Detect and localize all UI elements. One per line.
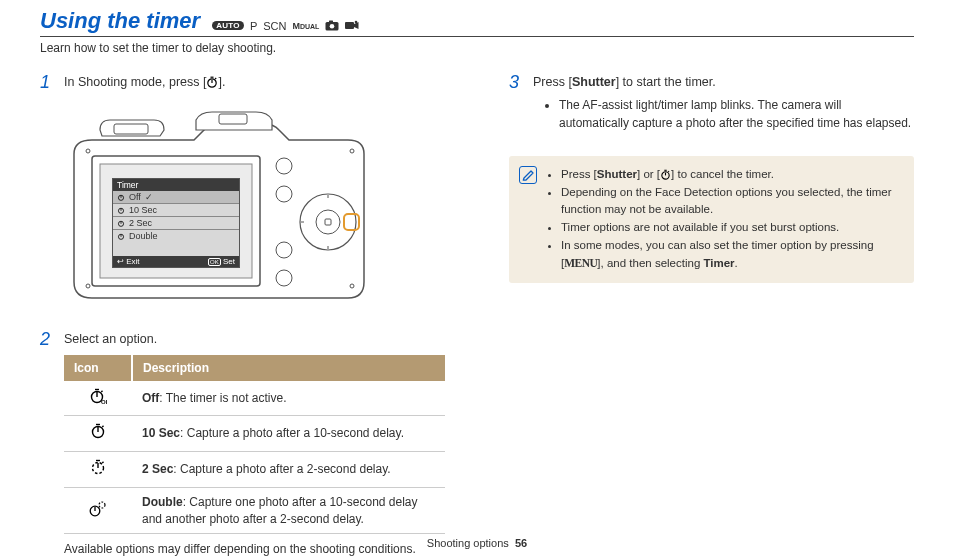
timer-icon	[660, 169, 671, 180]
mode-auto-label: AUTO	[212, 21, 244, 30]
table-row: Double: Capture one photo after a 10-sec…	[64, 487, 445, 534]
table-head-desc: Description	[132, 355, 445, 381]
page-title: Using the timer	[40, 8, 200, 34]
note-item: In some modes, you can also set the time…	[561, 237, 902, 273]
svg-point-21	[276, 270, 292, 286]
right-column: 3 Press [Shutter] to start the timer. Th…	[509, 73, 914, 557]
note-item: Timer options are not available if you s…	[561, 219, 902, 237]
camera-icon	[325, 20, 339, 31]
step-2: 2 Select an option. Icon Description OFF…	[40, 330, 445, 557]
left-column: 1 In Shooting mode, press [].	[40, 73, 445, 557]
note-item: Press [Shutter] or [] to cancel the time…	[561, 166, 902, 184]
camera-menu-set: Set	[223, 257, 235, 266]
note-item: Depending on the Face Detection options …	[561, 184, 902, 220]
step1-text-pre: In Shooting mode, press [	[64, 75, 206, 89]
icon-off: OFF	[64, 381, 132, 416]
camera-menu-item: 10 Sec	[113, 204, 239, 217]
table-row: 10 Sec: Capture a photo after a 10-secon…	[64, 416, 445, 452]
svg-rect-1	[329, 21, 333, 23]
step2-text: Select an option.	[64, 330, 445, 349]
options-table: Icon Description OFF Off: The timer is n…	[64, 355, 445, 535]
camera-menu-exit: Exit	[126, 257, 139, 266]
icon-10sec	[64, 416, 132, 452]
mode-p-label: P	[250, 20, 257, 32]
svg-point-18	[276, 158, 292, 174]
camera-menu-item: 2 Sec	[113, 217, 239, 230]
page-footer: Shooting options 56	[0, 537, 954, 549]
svg-point-31	[99, 502, 105, 508]
menu-label: MENU	[564, 257, 597, 269]
camera-menu-item: Double	[113, 230, 239, 242]
step-number: 1	[40, 73, 54, 92]
svg-text:OFF: OFF	[101, 399, 107, 405]
step3-bullet: The AF-assist light/timer lamp blinks. T…	[559, 96, 914, 132]
table-row: 2 Sec: Capture a photo after a 2-second …	[64, 452, 445, 488]
svg-point-23	[316, 210, 340, 234]
camera-menu-item: Off	[113, 191, 239, 204]
camera-menu-title: Timer	[113, 179, 239, 191]
step-number: 2	[40, 330, 54, 557]
note-icon	[519, 166, 537, 184]
timer-icon	[206, 76, 218, 88]
movie-icon	[345, 20, 359, 31]
svg-point-2	[330, 24, 335, 29]
icon-2sec	[64, 452, 132, 488]
svg-rect-3	[345, 22, 354, 29]
step1-text-post: ].	[218, 75, 225, 89]
svg-point-19	[276, 186, 292, 202]
svg-point-4	[355, 21, 358, 24]
mode-scn-label: SCN	[263, 20, 286, 32]
step-1: 1 In Shooting mode, press [].	[40, 73, 445, 92]
step-number: 3	[509, 73, 523, 142]
page-subtitle: Learn how to set the timer to delay shoo…	[40, 41, 914, 55]
icon-double	[64, 487, 132, 534]
mode-dual-label: MDUAL	[292, 21, 319, 31]
note-box: Press [Shutter] or [] to cancel the time…	[509, 156, 914, 283]
step-3: 3 Press [Shutter] to start the timer. Th…	[509, 73, 914, 142]
camera-illustration: Timer Off 10 Sec 2 Sec	[64, 106, 445, 306]
table-row: OFF Off: The timer is not active.	[64, 381, 445, 416]
shutter-label: Shutter	[572, 75, 616, 89]
table-head-icon: Icon	[64, 355, 132, 381]
header: Using the timer AUTO P SCN MDUAL	[40, 8, 914, 37]
mode-icons: AUTO P SCN MDUAL	[212, 20, 359, 32]
svg-point-20	[276, 242, 292, 258]
